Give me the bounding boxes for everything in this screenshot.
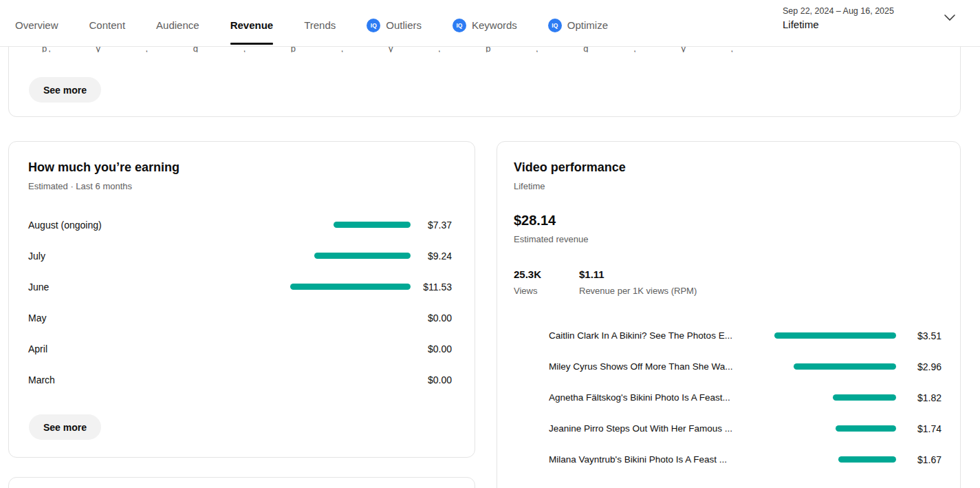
earnings-row: March$0.00 (28, 364, 452, 395)
revenue-bar (833, 394, 896, 401)
tab-revenue[interactable]: Revenue (230, 0, 274, 46)
date-range-dates: Sep 22, 2024 – Aug 16, 2025 (783, 5, 894, 17)
views-stat: 25.3K Views (514, 268, 579, 296)
tab-keywords[interactable]: IQKeywords (453, 0, 517, 46)
month-label: August (ongoing) (28, 220, 290, 231)
bar-track (774, 394, 896, 401)
earnings-row: May$0.00 (28, 302, 452, 333)
revenue-bar (836, 425, 896, 432)
earnings-row: July$9.24 (28, 240, 452, 271)
earnings-row: June$11.53 (28, 271, 452, 302)
earnings-card: How much you’re earning Estimated · Last… (8, 141, 475, 458)
earnings-value: $0.00 (417, 374, 452, 385)
earnings-value: $0.00 (417, 312, 452, 323)
vidiq-icon: IQ (548, 19, 562, 32)
video-revenue-list: Caitlin Clark In A Bikini? See The Photo… (514, 320, 941, 475)
tab-label: Content (89, 19, 126, 31)
tab-content[interactable]: Content (89, 0, 126, 46)
estimated-revenue-label: Estimated revenue (514, 234, 588, 244)
month-label: May (28, 312, 290, 323)
date-range-text: Sep 22, 2024 – Aug 16, 2025 Lifetime (783, 5, 894, 32)
estimated-revenue-value: $28.14 (514, 213, 556, 229)
video-title: Milana Vayntrub's Bikini Photo Is A Feas… (549, 454, 774, 465)
earnings-subtitle: Estimated · Last 6 months (28, 181, 132, 191)
video-performance-subtitle: Lifetime (514, 181, 545, 191)
tab-outliers[interactable]: IQOutliers (367, 0, 422, 46)
bar-track (774, 425, 896, 432)
youtube-studio-analytics-screen: OverviewContentAudienceRevenueTrendsIQOu… (0, 0, 980, 488)
video-revenue-value: $3.51 (906, 330, 941, 341)
video-row[interactable]: Jeanine Pirro Steps Out With Her Famous … (514, 413, 941, 444)
analytics-tab-bar: OverviewContentAudienceRevenueTrendsIQOu… (0, 0, 980, 47)
month-label: March (28, 374, 290, 385)
see-more-button-earnings[interactable]: See more (29, 414, 101, 440)
rpm-label: Revenue per 1K views (RPM) (579, 286, 697, 296)
earnings-row: April$0.00 (28, 333, 452, 364)
views-value: 25.3K (514, 268, 579, 281)
revenue-bar (838, 456, 896, 463)
earnings-row: August (ongoing)$7.37 (28, 209, 452, 240)
revenue-bar (774, 332, 896, 339)
video-title: Agnetha Fältskog's Bikini Photo Is A Fea… (549, 392, 774, 403)
tab-label: Trends (304, 19, 336, 31)
bar-track (774, 363, 896, 370)
next-card-partial (8, 477, 475, 488)
earnings-value: $9.24 (417, 251, 452, 262)
bar-track (774, 456, 896, 463)
tab-list: OverviewContentAudienceRevenueTrendsIQOu… (0, 0, 608, 46)
tab-overview[interactable]: Overview (15, 0, 58, 46)
rpm-value: $1.11 (579, 268, 697, 281)
tab-trends[interactable]: Trends (304, 0, 336, 46)
tab-label: Revenue (230, 19, 274, 31)
earnings-value: $11.53 (417, 282, 452, 293)
earnings-value: $0.00 (417, 343, 452, 354)
revenue-bar (290, 284, 411, 290)
video-performance-card: Video performance Lifetime $28.14 Estima… (497, 141, 961, 488)
tab-audience[interactable]: Audience (156, 0, 199, 46)
video-revenue-value: $2.96 (906, 361, 941, 372)
views-label: Views (514, 286, 579, 296)
month-label: April (28, 343, 290, 354)
video-row[interactable]: Miley Cyrus Shows Off More Than She Wa..… (514, 351, 941, 382)
see-more-button-top[interactable]: See more (29, 77, 101, 103)
earnings-title: How much you’re earning (28, 160, 179, 175)
rpm-stat: $1.11 Revenue per 1K views (RPM) (579, 268, 697, 296)
tab-label: Overview (15, 19, 58, 31)
tab-label: Keywords (472, 19, 517, 31)
earnings-value: $7.37 (417, 220, 452, 231)
video-title: Jeanine Pirro Steps Out With Her Famous … (549, 423, 774, 434)
vidiq-icon: IQ (367, 19, 380, 32)
video-revenue-value: $1.82 (906, 392, 941, 403)
month-label: July (28, 251, 290, 262)
month-label: June (28, 282, 290, 293)
bar-track (290, 284, 411, 290)
video-revenue-value: $1.67 (906, 454, 941, 465)
bar-track (290, 222, 411, 228)
video-stats-row: 25.3K Views $1.11 Revenue per 1K views (… (514, 268, 697, 296)
revenue-bar (794, 363, 896, 370)
vidiq-icon: IQ (453, 19, 466, 32)
monthly-earnings-list: August (ongoing)$7.37July$9.24June$11.53… (28, 209, 452, 395)
video-row[interactable]: Milana Vayntrub's Bikini Photo Is A Feas… (514, 444, 941, 475)
revenue-bar (334, 222, 411, 228)
bar-track (774, 332, 896, 339)
video-performance-title: Video performance (514, 160, 626, 175)
video-title: Miley Cyrus Shows Off More Than She Wa..… (549, 361, 774, 372)
video-revenue-value: $1.74 (906, 423, 941, 434)
chevron-down-icon[interactable] (943, 13, 957, 23)
tab-optimize[interactable]: IQOptimize (548, 0, 608, 46)
bar-track (290, 253, 411, 259)
video-row[interactable]: Caitlin Clark In A Bikini? See The Photo… (514, 320, 941, 351)
date-range-selector[interactable]: Sep 22, 2024 – Aug 16, 2025 Lifetime (783, 5, 894, 32)
tab-label: Outliers (386, 19, 422, 31)
revenue-bar (314, 253, 411, 259)
tab-label: Optimize (567, 19, 608, 31)
tab-label: Audience (156, 19, 199, 31)
video-row[interactable]: Agnetha Fältskog's Bikini Photo Is A Fea… (514, 382, 941, 413)
date-range-period: Lifetime (783, 17, 894, 32)
video-title: Caitlin Clark In A Bikini? See The Photo… (549, 330, 774, 341)
